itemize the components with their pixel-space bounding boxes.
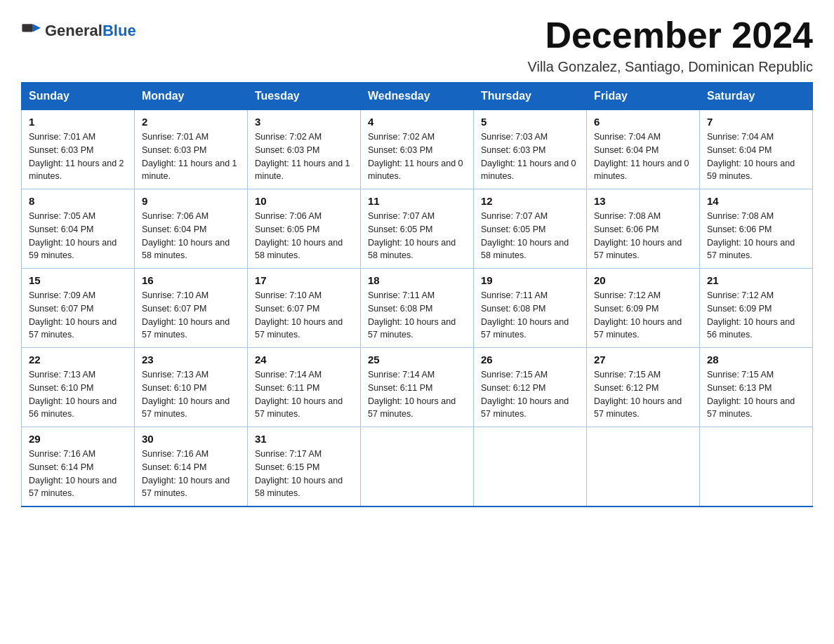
day-number: 13 bbox=[594, 195, 692, 207]
calendar-cell: 22Sunrise: 7:13 AMSunset: 6:10 PMDayligh… bbox=[22, 348, 135, 427]
day-number: 16 bbox=[142, 274, 240, 286]
calendar-cell: 25Sunrise: 7:14 AMSunset: 6:11 PMDayligh… bbox=[361, 348, 474, 427]
day-info: Sunrise: 7:02 AMSunset: 6:03 PMDaylight:… bbox=[368, 130, 466, 183]
day-info: Sunrise: 7:03 AMSunset: 6:03 PMDaylight:… bbox=[481, 130, 579, 183]
calendar-cell: 3Sunrise: 7:02 AMSunset: 6:03 PMDaylight… bbox=[248, 110, 361, 189]
calendar-table: SundayMondayTuesdayWednesdayThursdayFrid… bbox=[21, 82, 813, 507]
day-number: 27 bbox=[594, 354, 692, 365]
calendar-cell: 26Sunrise: 7:15 AMSunset: 6:12 PMDayligh… bbox=[474, 348, 587, 427]
day-number: 28 bbox=[707, 354, 805, 365]
day-number: 8 bbox=[29, 195, 127, 207]
logo-icon bbox=[21, 21, 41, 41]
day-number: 6 bbox=[594, 116, 692, 128]
weekday-header-sunday: Sunday bbox=[22, 83, 135, 110]
day-info: Sunrise: 7:09 AMSunset: 6:07 PMDaylight:… bbox=[29, 289, 127, 342]
week-row-4: 22Sunrise: 7:13 AMSunset: 6:10 PMDayligh… bbox=[22, 348, 813, 427]
week-row-3: 15Sunrise: 7:09 AMSunset: 6:07 PMDayligh… bbox=[22, 269, 813, 348]
calendar-cell: 11Sunrise: 7:07 AMSunset: 6:05 PMDayligh… bbox=[361, 189, 474, 269]
week-row-2: 8Sunrise: 7:05 AMSunset: 6:04 PMDaylight… bbox=[22, 189, 813, 269]
day-number: 31 bbox=[255, 433, 353, 445]
day-info: Sunrise: 7:16 AMSunset: 6:14 PMDaylight:… bbox=[29, 448, 127, 500]
weekday-header-thursday: Thursday bbox=[474, 83, 587, 110]
calendar-cell: 18Sunrise: 7:11 AMSunset: 6:08 PMDayligh… bbox=[361, 269, 474, 348]
calendar-cell: 2Sunrise: 7:01 AMSunset: 6:03 PMDaylight… bbox=[135, 110, 248, 189]
calendar-cell: 14Sunrise: 7:08 AMSunset: 6:06 PMDayligh… bbox=[700, 189, 813, 269]
calendar-cell: 7Sunrise: 7:04 AMSunset: 6:04 PMDaylight… bbox=[700, 110, 813, 189]
day-info: Sunrise: 7:10 AMSunset: 6:07 PMDaylight:… bbox=[255, 289, 353, 342]
day-number: 15 bbox=[29, 274, 127, 286]
day-info: Sunrise: 7:13 AMSunset: 6:10 PMDaylight:… bbox=[29, 368, 127, 421]
day-info: Sunrise: 7:05 AMSunset: 6:04 PMDaylight:… bbox=[29, 210, 127, 262]
day-number: 25 bbox=[368, 354, 466, 365]
page-title: December 2024 bbox=[527, 14, 813, 56]
day-info: Sunrise: 7:01 AMSunset: 6:03 PMDaylight:… bbox=[29, 130, 127, 183]
calendar-cell: 6Sunrise: 7:04 AMSunset: 6:04 PMDaylight… bbox=[587, 110, 700, 189]
day-number: 19 bbox=[481, 274, 579, 286]
calendar-cell bbox=[587, 427, 700, 507]
calendar-cell: 30Sunrise: 7:16 AMSunset: 6:14 PMDayligh… bbox=[135, 427, 248, 507]
day-number: 17 bbox=[255, 274, 353, 286]
day-info: Sunrise: 7:10 AMSunset: 6:07 PMDaylight:… bbox=[142, 289, 240, 342]
calendar-cell: 10Sunrise: 7:06 AMSunset: 6:05 PMDayligh… bbox=[248, 189, 361, 269]
calendar-cell: 20Sunrise: 7:12 AMSunset: 6:09 PMDayligh… bbox=[587, 269, 700, 348]
weekday-header-tuesday: Tuesday bbox=[248, 83, 361, 110]
calendar-cell: 29Sunrise: 7:16 AMSunset: 6:14 PMDayligh… bbox=[22, 427, 135, 507]
day-number: 18 bbox=[368, 274, 466, 286]
weekday-header-friday: Friday bbox=[587, 83, 700, 110]
calendar-cell bbox=[361, 427, 474, 507]
day-info: Sunrise: 7:16 AMSunset: 6:14 PMDaylight:… bbox=[142, 448, 240, 500]
day-number: 21 bbox=[707, 274, 805, 286]
title-area: December 2024 Villa Gonzalez, Santiago, … bbox=[527, 14, 813, 75]
calendar-cell: 23Sunrise: 7:13 AMSunset: 6:10 PMDayligh… bbox=[135, 348, 248, 427]
day-info: Sunrise: 7:11 AMSunset: 6:08 PMDaylight:… bbox=[481, 289, 579, 342]
day-number: 26 bbox=[481, 354, 579, 365]
week-row-1: 1Sunrise: 7:01 AMSunset: 6:03 PMDaylight… bbox=[22, 110, 813, 189]
day-number: 14 bbox=[707, 195, 805, 207]
day-info: Sunrise: 7:08 AMSunset: 6:06 PMDaylight:… bbox=[594, 210, 692, 262]
calendar-cell: 12Sunrise: 7:07 AMSunset: 6:05 PMDayligh… bbox=[474, 189, 587, 269]
day-number: 29 bbox=[29, 433, 127, 445]
day-number: 2 bbox=[142, 116, 240, 128]
day-number: 5 bbox=[481, 116, 579, 128]
day-number: 22 bbox=[29, 354, 127, 365]
day-number: 11 bbox=[368, 195, 466, 207]
day-number: 24 bbox=[255, 354, 353, 365]
calendar-cell: 19Sunrise: 7:11 AMSunset: 6:08 PMDayligh… bbox=[474, 269, 587, 348]
day-number: 9 bbox=[142, 195, 240, 207]
logo-general: General bbox=[45, 22, 102, 39]
calendar-cell: 17Sunrise: 7:10 AMSunset: 6:07 PMDayligh… bbox=[248, 269, 361, 348]
day-info: Sunrise: 7:15 AMSunset: 6:12 PMDaylight:… bbox=[594, 368, 692, 421]
calendar-cell: 15Sunrise: 7:09 AMSunset: 6:07 PMDayligh… bbox=[22, 269, 135, 348]
subtitle: Villa Gonzalez, Santiago, Dominican Repu… bbox=[527, 59, 813, 75]
weekday-header-wednesday: Wednesday bbox=[361, 83, 474, 110]
week-row-5: 29Sunrise: 7:16 AMSunset: 6:14 PMDayligh… bbox=[22, 427, 813, 507]
calendar-cell: 24Sunrise: 7:14 AMSunset: 6:11 PMDayligh… bbox=[248, 348, 361, 427]
calendar-cell: 1Sunrise: 7:01 AMSunset: 6:03 PMDaylight… bbox=[22, 110, 135, 189]
calendar-cell: 31Sunrise: 7:17 AMSunset: 6:15 PMDayligh… bbox=[248, 427, 361, 507]
weekday-header-monday: Monday bbox=[135, 83, 248, 110]
day-info: Sunrise: 7:11 AMSunset: 6:08 PMDaylight:… bbox=[368, 289, 466, 342]
day-info: Sunrise: 7:07 AMSunset: 6:05 PMDaylight:… bbox=[368, 210, 466, 262]
calendar-cell: 13Sunrise: 7:08 AMSunset: 6:06 PMDayligh… bbox=[587, 189, 700, 269]
calendar-cell: 9Sunrise: 7:06 AMSunset: 6:04 PMDaylight… bbox=[135, 189, 248, 269]
day-info: Sunrise: 7:14 AMSunset: 6:11 PMDaylight:… bbox=[368, 368, 466, 421]
day-info: Sunrise: 7:01 AMSunset: 6:03 PMDaylight:… bbox=[142, 130, 240, 183]
day-info: Sunrise: 7:12 AMSunset: 6:09 PMDaylight:… bbox=[594, 289, 692, 342]
day-info: Sunrise: 7:06 AMSunset: 6:04 PMDaylight:… bbox=[142, 210, 240, 262]
day-number: 7 bbox=[707, 116, 805, 128]
calendar-cell: 28Sunrise: 7:15 AMSunset: 6:13 PMDayligh… bbox=[700, 348, 813, 427]
day-info: Sunrise: 7:15 AMSunset: 6:13 PMDaylight:… bbox=[707, 368, 805, 421]
day-info: Sunrise: 7:08 AMSunset: 6:06 PMDaylight:… bbox=[707, 210, 805, 262]
day-number: 3 bbox=[255, 116, 353, 128]
day-number: 4 bbox=[368, 116, 466, 128]
calendar-cell: 27Sunrise: 7:15 AMSunset: 6:12 PMDayligh… bbox=[587, 348, 700, 427]
day-number: 20 bbox=[594, 274, 692, 286]
day-number: 12 bbox=[481, 195, 579, 207]
day-info: Sunrise: 7:13 AMSunset: 6:10 PMDaylight:… bbox=[142, 368, 240, 421]
calendar-cell: 21Sunrise: 7:12 AMSunset: 6:09 PMDayligh… bbox=[700, 269, 813, 348]
day-info: Sunrise: 7:04 AMSunset: 6:04 PMDaylight:… bbox=[594, 130, 692, 183]
day-number: 30 bbox=[142, 433, 240, 445]
calendar-cell: 16Sunrise: 7:10 AMSunset: 6:07 PMDayligh… bbox=[135, 269, 248, 348]
day-info: Sunrise: 7:15 AMSunset: 6:12 PMDaylight:… bbox=[481, 368, 579, 421]
calendar-cell: 8Sunrise: 7:05 AMSunset: 6:04 PMDaylight… bbox=[22, 189, 135, 269]
